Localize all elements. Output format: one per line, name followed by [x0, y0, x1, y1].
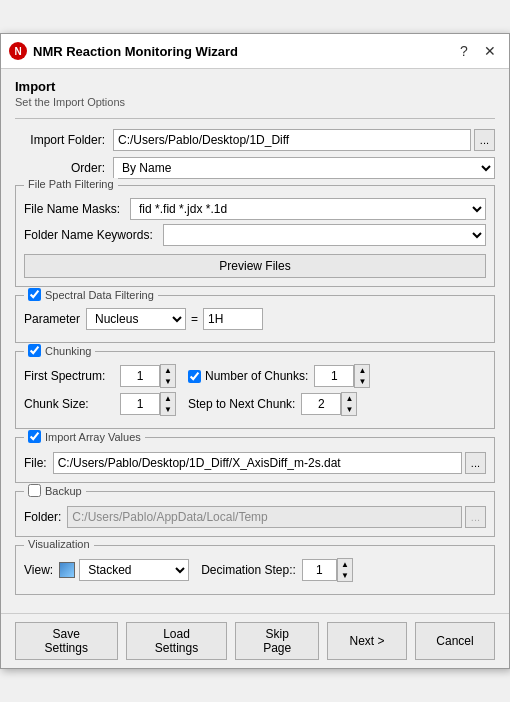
number-of-chunks-input[interactable]: [314, 365, 354, 387]
load-settings-button[interactable]: Load Settings: [126, 622, 228, 660]
title-bar: N NMR Reaction Monitoring Wizard ? ✕: [1, 34, 509, 69]
number-of-chunks-label: Number of Chunks:: [205, 369, 308, 383]
import-array-file-row: File: ...: [24, 452, 486, 474]
import-array-values-checkbox[interactable]: [28, 430, 41, 443]
visualization-icon: [59, 562, 75, 578]
import-folder-browse[interactable]: ...: [474, 129, 495, 151]
chunking-label: Chunking: [24, 344, 95, 357]
equals-sign: =: [191, 312, 198, 326]
close-button[interactable]: ✕: [479, 40, 501, 62]
import-folder-label: Import Folder:: [15, 133, 105, 147]
decimation-step-label: Decimation Step::: [201, 563, 296, 577]
content-area: Import Set the Import Options Import Fol…: [1, 69, 509, 613]
chunk-size-input[interactable]: [120, 393, 160, 415]
window-controls: ? ✕: [453, 40, 501, 62]
first-spectrum-input[interactable]: [120, 365, 160, 387]
backup-label: Backup: [24, 484, 86, 497]
step-to-next-chunk-input[interactable]: [301, 393, 341, 415]
step-to-next-chunk-down[interactable]: ▼: [342, 404, 356, 415]
spectral-value-input[interactable]: [203, 308, 263, 330]
chunking-row2: Chunk Size: ▲ ▼ Step to Next Chunk: ▲ ▼: [24, 392, 486, 416]
first-spectrum-up[interactable]: ▲: [161, 365, 175, 376]
import-array-file-input[interactable]: [53, 452, 462, 474]
import-folder-input[interactable]: [113, 129, 471, 151]
import-array-values-group: Import Array Values File: ...: [15, 437, 495, 483]
order-label: Order:: [15, 161, 105, 175]
import-array-file-label: File:: [24, 456, 47, 470]
file-path-filtering-group: File Path Filtering File Name Masks: fid…: [15, 185, 495, 287]
number-of-chunks-checkbox[interactable]: [188, 370, 201, 383]
help-button[interactable]: ?: [453, 40, 475, 62]
view-select[interactable]: Stacked: [79, 559, 189, 581]
main-window: N NMR Reaction Monitoring Wizard ? ✕ Imp…: [0, 33, 510, 669]
step-to-next-chunk-spinner: ▲ ▼: [301, 392, 357, 416]
chunking-group: Chunking First Spectrum: ▲ ▼ Number of C…: [15, 351, 495, 429]
spectral-parameter-label: Parameter: [24, 312, 80, 326]
step-to-next-chunk-label: Step to Next Chunk:: [188, 397, 295, 411]
decimation-step-input[interactable]: [302, 559, 337, 581]
folder-name-keywords-select[interactable]: [163, 224, 486, 246]
backup-folder-input[interactable]: [67, 506, 461, 528]
file-path-filtering-label: File Path Filtering: [24, 178, 118, 190]
step-to-next-chunk-up[interactable]: ▲: [342, 393, 356, 404]
decimation-step-spinner: ▲ ▼: [302, 558, 353, 582]
file-name-masks-label: File Name Masks:: [24, 202, 120, 216]
import-folder-row: Import Folder: ...: [15, 129, 495, 151]
spectral-data-filtering-label: Spectral Data Filtering: [24, 288, 158, 301]
file-name-masks-select[interactable]: fid *.fid *.jdx *.1d: [130, 198, 486, 220]
number-of-chunks-down[interactable]: ▼: [355, 376, 369, 387]
folder-name-keywords-label: Folder Name Keywords:: [24, 228, 153, 242]
next-button[interactable]: Next >: [327, 622, 407, 660]
footer: Save Settings Load Settings Skip Page Ne…: [1, 613, 509, 668]
spectral-parameter-row: Parameter Nucleus =: [24, 308, 486, 330]
header-divider: [15, 118, 495, 119]
first-spectrum-down[interactable]: ▼: [161, 376, 175, 387]
backup-folder-row: Folder: ...: [24, 506, 486, 528]
visualization-group: Visualization View: Stacked Decimation S…: [15, 545, 495, 595]
chunk-size-down[interactable]: ▼: [161, 404, 175, 415]
first-spectrum-label: First Spectrum:: [24, 369, 114, 383]
import-array-values-label: Import Array Values: [24, 430, 145, 443]
chunking-checkbox[interactable]: [28, 344, 41, 357]
order-select[interactable]: By Name: [113, 157, 495, 179]
visualization-row: View: Stacked Decimation Step:: ▲ ▼: [24, 558, 486, 582]
file-name-masks-row: File Name Masks: fid *.fid *.jdx *.1d: [24, 198, 486, 220]
page-subtitle: Set the Import Options: [15, 96, 495, 108]
spectral-parameter-select[interactable]: Nucleus: [86, 308, 186, 330]
order-row: Order: By Name: [15, 157, 495, 179]
backup-checkbox[interactable]: [28, 484, 41, 497]
cancel-button[interactable]: Cancel: [415, 622, 495, 660]
window-title: NMR Reaction Monitoring Wizard: [33, 44, 453, 59]
backup-browse[interactable]: ...: [465, 506, 486, 528]
spectral-data-filtering-group: Spectral Data Filtering Parameter Nucleu…: [15, 295, 495, 343]
decimation-step-up[interactable]: ▲: [338, 559, 352, 570]
save-settings-button[interactable]: Save Settings: [15, 622, 118, 660]
backup-group: Backup Folder: ...: [15, 491, 495, 537]
chunk-size-spinner: ▲ ▼: [120, 392, 176, 416]
import-array-browse[interactable]: ...: [465, 452, 486, 474]
view-label: View:: [24, 563, 53, 577]
number-of-chunks-up[interactable]: ▲: [355, 365, 369, 376]
chunk-size-up[interactable]: ▲: [161, 393, 175, 404]
chunk-size-label: Chunk Size:: [24, 397, 114, 411]
number-of-chunks-spinner: ▲ ▼: [314, 364, 370, 388]
skip-page-button[interactable]: Skip Page: [235, 622, 319, 660]
decimation-step-down[interactable]: ▼: [338, 570, 352, 581]
spectral-data-filtering-checkbox[interactable]: [28, 288, 41, 301]
backup-folder-label: Folder:: [24, 510, 61, 524]
first-spectrum-spinner: ▲ ▼: [120, 364, 176, 388]
preview-files-button[interactable]: Preview Files: [24, 254, 486, 278]
folder-name-keywords-row: Folder Name Keywords:: [24, 224, 486, 246]
app-icon: N: [9, 42, 27, 60]
page-title: Import: [15, 79, 495, 94]
chunking-row1: First Spectrum: ▲ ▼ Number of Chunks: ▲ …: [24, 364, 486, 388]
visualization-label: Visualization: [24, 538, 94, 550]
